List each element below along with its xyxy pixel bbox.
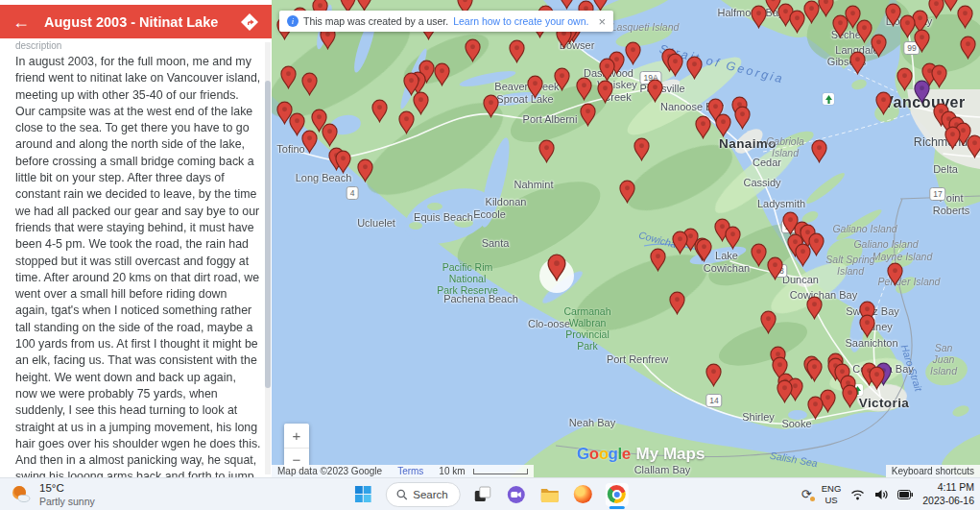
- chrome-button-active[interactable]: [606, 483, 629, 506]
- map-pin[interactable]: [625, 41, 641, 69]
- map-pin[interactable]: [928, 0, 944, 23]
- language-switcher[interactable]: ENG US: [822, 483, 842, 505]
- map-pin[interactable]: [554, 67, 570, 95]
- map-pin[interactable]: [647, 79, 663, 107]
- search-box[interactable]: Search: [385, 482, 460, 507]
- map-pin[interactable]: [811, 139, 827, 167]
- map-pin[interactable]: [777, 379, 793, 407]
- task-view-button[interactable]: [471, 483, 494, 506]
- map-pin[interactable]: [806, 296, 823, 324]
- search-label: Search: [413, 489, 447, 500]
- map-pin[interactable]: [280, 65, 297, 93]
- taskbar: 15°C Partly sunny Search: [0, 477, 980, 510]
- map-pin[interactable]: [807, 396, 824, 424]
- map-pin[interactable]: [538, 139, 555, 167]
- volume-icon[interactable]: [874, 489, 888, 500]
- map-pin[interactable]: [887, 262, 903, 290]
- banner-link[interactable]: Learn how to create your own.: [453, 15, 588, 27]
- sync-tray-icon[interactable]: ⟳: [801, 487, 812, 501]
- sidebar-header: ← August 2003 - Nitinat Lake: [0, 5, 272, 38]
- map-pin[interactable]: [509, 39, 525, 67]
- directions-icon[interactable]: [240, 12, 259, 32]
- map-pin[interactable]: [914, 29, 930, 57]
- map-pin[interactable]: [357, 158, 373, 186]
- map-pin[interactable]: [725, 226, 741, 254]
- map-pin[interactable]: [580, 103, 596, 131]
- clock-widget[interactable]: 4:11 PM 2023-06-16: [922, 481, 974, 507]
- map-pin[interactable]: [576, 77, 592, 105]
- weather-widget[interactable]: 15°C Partly sunny: [10, 482, 95, 507]
- zoom-in-button[interactable]: +: [284, 424, 309, 448]
- map-pin[interactable]: [483, 94, 499, 122]
- map-pin-purple[interactable]: [914, 80, 930, 108]
- map-pin[interactable]: [667, 53, 683, 81]
- map-pin[interactable]: [957, 5, 973, 33]
- map-pin[interactable]: [686, 56, 703, 84]
- tray-date: 2023-06-16: [922, 495, 974, 508]
- firefox-button[interactable]: [572, 483, 595, 506]
- map-pin[interactable]: [705, 363, 722, 391]
- map-pin[interactable]: [301, 130, 318, 158]
- user-map-banner: i This map was created by a user. Learn …: [279, 11, 613, 32]
- file-explorer-button[interactable]: [538, 483, 562, 506]
- map-pin[interactable]: [832, 14, 849, 42]
- map-pin[interactable]: [795, 243, 811, 271]
- map-pin[interactable]: [751, 243, 767, 271]
- map-pin[interactable]: [896, 67, 913, 95]
- active-app-indicator: [610, 506, 625, 509]
- map-pin[interactable]: [859, 314, 875, 342]
- keyboard-shortcuts-button[interactable]: Keyboard shortcuts: [886, 465, 980, 477]
- map-pin[interactable]: [767, 256, 783, 284]
- selected-map-pin[interactable]: [547, 254, 566, 285]
- map-pin[interactable]: [871, 34, 887, 61]
- map-pin[interactable]: [527, 75, 543, 103]
- map-pin[interactable]: [398, 110, 415, 138]
- map-pin[interactable]: [696, 238, 712, 266]
- map-pin[interactable]: [465, 38, 481, 66]
- chat-button[interactable]: [505, 483, 528, 506]
- map-pin[interactable]: [842, 384, 858, 412]
- map-pin[interactable]: [619, 180, 635, 207]
- weather-icon: [10, 483, 33, 506]
- map-pin[interactable]: [633, 137, 650, 165]
- terms-link[interactable]: Terms: [397, 466, 423, 476]
- map-pin[interactable]: [760, 310, 777, 338]
- map-pin[interactable]: [734, 106, 751, 134]
- wifi-icon[interactable]: [850, 489, 865, 500]
- scrollbar-thumb[interactable]: [265, 81, 271, 388]
- map-pin[interactable]: [669, 291, 685, 319]
- map-pin[interactable]: [789, 10, 805, 37]
- map-pin[interactable]: [967, 134, 980, 162]
- taskbar-center: Search: [351, 478, 628, 510]
- map-pin[interactable]: [715, 113, 731, 141]
- chrome-icon: [608, 485, 626, 503]
- scale-label: 10 km: [439, 466, 465, 476]
- map-pin[interactable]: [335, 150, 351, 178]
- map-pin[interactable]: [803, 0, 820, 28]
- map-pins-layer: [272, 0, 980, 477]
- lang-line1: ENG: [822, 483, 842, 494]
- start-button[interactable]: [351, 483, 374, 506]
- close-icon[interactable]: ×: [598, 15, 606, 28]
- map-pin[interactable]: [960, 36, 976, 63]
- map-pin[interactable]: [371, 99, 388, 127]
- map-pin[interactable]: [931, 64, 947, 92]
- map-pin[interactable]: [944, 126, 961, 154]
- map-pin[interactable]: [672, 231, 688, 258]
- map-pin[interactable]: [434, 62, 450, 90]
- sidebar-scrollbar[interactable]: [265, 42, 271, 474]
- map-pin[interactable]: [751, 5, 767, 33]
- back-icon[interactable]: ←: [12, 13, 30, 31]
- map-pin[interactable]: [875, 91, 892, 119]
- map-pin[interactable]: [650, 248, 666, 276]
- task-view-icon: [474, 486, 491, 503]
- map-canvas[interactable]: Buckley BayBowserLasqueti IslandHalfmoon…: [272, 0, 980, 477]
- map-pin[interactable]: [597, 80, 613, 108]
- map-pin[interactable]: [413, 91, 429, 119]
- map-pin[interactable]: [869, 366, 885, 394]
- map-pin[interactable]: [695, 115, 711, 143]
- battery-icon[interactable]: [897, 490, 913, 499]
- map-pin[interactable]: [806, 358, 823, 386]
- map-pin[interactable]: [849, 51, 866, 79]
- map-pin[interactable]: [301, 72, 318, 100]
